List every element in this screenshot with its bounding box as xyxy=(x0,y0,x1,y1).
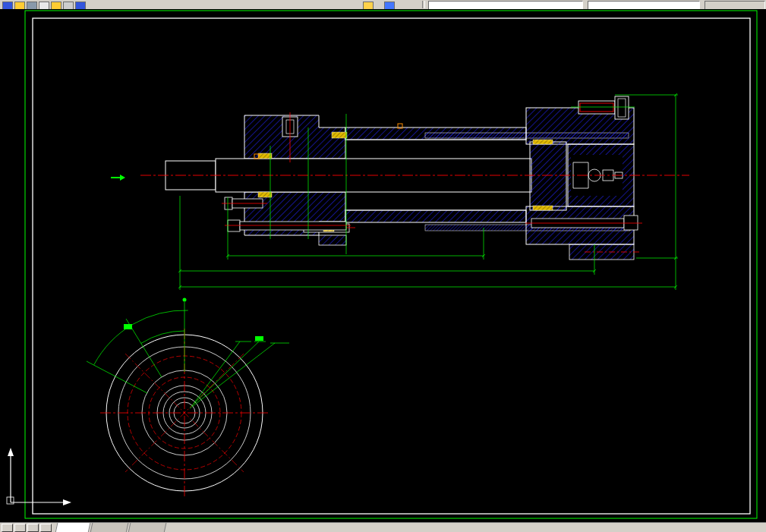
tab-last-button[interactable] xyxy=(40,524,52,532)
piston-seal xyxy=(533,206,553,210)
flange-end-view xyxy=(87,298,289,498)
tab-layout1[interactable] xyxy=(90,523,129,532)
cylinder-section-view xyxy=(111,96,689,260)
toolbar-separator xyxy=(422,1,425,8)
tab-next-button[interactable] xyxy=(27,524,39,532)
piston-seal xyxy=(533,140,553,144)
tab-model[interactable] xyxy=(55,523,91,532)
cad-window xyxy=(0,0,766,532)
tab-prev-button[interactable] xyxy=(14,524,26,532)
tab-first-button[interactable] xyxy=(2,524,13,532)
rod-seal xyxy=(258,192,272,197)
tab-layout2[interactable] xyxy=(128,523,167,532)
layout-tabbar xyxy=(0,522,766,532)
ucs-icon xyxy=(7,448,71,505)
flange-seal xyxy=(332,132,347,138)
drawing-canvas[interactable] xyxy=(0,9,766,522)
sheet-border xyxy=(25,11,757,518)
rod-seal xyxy=(258,153,272,159)
frame-border xyxy=(33,18,750,514)
